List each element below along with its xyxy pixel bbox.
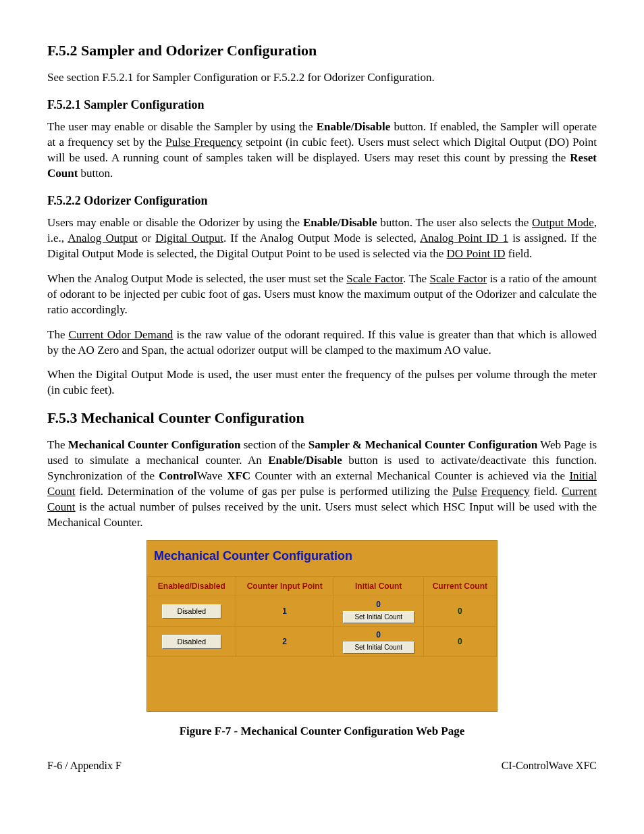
text: field. bbox=[530, 485, 562, 498]
text: The user may enable or disable the Sampl… bbox=[47, 120, 317, 133]
col-header-enabled: Enabled/Disabled bbox=[148, 576, 236, 596]
set-initial-count-button[interactable]: Set Initial Count bbox=[343, 611, 414, 623]
text-bold: XFC bbox=[227, 469, 250, 482]
text: is the actual number of pulses received … bbox=[47, 500, 597, 529]
table-row: Disabled 1 0 Set Initial Count 0 bbox=[148, 596, 497, 627]
text-bold: Enable/Disable bbox=[303, 216, 377, 229]
mcc-panel-title: Mechanical Counter Configuration bbox=[147, 541, 497, 567]
current-count-value: 0 bbox=[423, 627, 496, 657]
heading-f52: F.5.2 Sampler and Odorizer Configuration bbox=[47, 41, 597, 61]
text: The bbox=[47, 438, 68, 451]
text: Wave bbox=[197, 469, 227, 482]
col-header-initial: Initial Count bbox=[333, 576, 423, 596]
text: section of the bbox=[240, 438, 308, 451]
text-underline: Scale Factor bbox=[429, 272, 487, 285]
para-f521: The user may enable or disable the Sampl… bbox=[47, 120, 597, 182]
text-bold: Mechanical Counter Configuration bbox=[68, 438, 241, 451]
text-underline: Current Odor Demand bbox=[69, 328, 173, 341]
text-underline: Output Mode bbox=[532, 216, 594, 229]
table-row: Disabled 2 0 Set Initial Count 0 bbox=[148, 627, 497, 657]
initial-count-value: 0 bbox=[376, 599, 381, 610]
heading-f53: F.5.3 Mechanical Counter Configuration bbox=[47, 408, 597, 428]
text-bold: Enable/Disable bbox=[268, 454, 342, 467]
counter-input-point-value: 1 bbox=[236, 596, 333, 627]
text: . The bbox=[403, 272, 429, 285]
text: button. The user also selects the bbox=[377, 216, 533, 229]
page-footer: F-6 / Appendix F CI-ControlWave XFC bbox=[47, 758, 597, 773]
text: field. bbox=[506, 247, 533, 260]
text-underline: Pulse Frequency bbox=[165, 136, 242, 149]
para-f52-intro: See section F.5.2.1 for Sampler Configur… bbox=[47, 70, 597, 86]
text-underline: Digital Output bbox=[155, 232, 223, 244]
mcc-panel: Mechanical Counter Configuration Enabled… bbox=[146, 540, 498, 712]
text-bold: Sampler & Mechanical Counter Configurati… bbox=[308, 438, 538, 451]
footer-left: F-6 / Appendix F bbox=[47, 758, 122, 773]
para-f53: The Mechanical Counter Configuration sec… bbox=[47, 438, 597, 531]
text-underline: Scale Factor bbox=[346, 272, 403, 285]
heading-f521: F.5.2.1 Sampler Configuration bbox=[47, 97, 597, 113]
text: When the Analog Output Mode is selected,… bbox=[47, 272, 346, 285]
panel-filler bbox=[147, 657, 497, 711]
heading-f522: F.5.2.2 Odorizer Configuration bbox=[47, 192, 597, 209]
current-count-value: 0 bbox=[423, 596, 496, 627]
para-f522-b: When the Analog Output Mode is selected,… bbox=[47, 271, 597, 318]
text-underline: Pulse bbox=[452, 485, 477, 498]
counter-input-point-value: 2 bbox=[236, 627, 333, 657]
text: The bbox=[47, 328, 69, 341]
text-underline: Frequency bbox=[481, 485, 530, 498]
set-initial-count-button[interactable]: Set Initial Count bbox=[343, 642, 414, 654]
enable-disable-button[interactable]: Disabled bbox=[162, 604, 221, 619]
text: field. Determination of the volume of ga… bbox=[76, 485, 452, 498]
text: . If the Analog Output Mode is selected, bbox=[223, 232, 420, 244]
text: Users may enable or disable the Odorizer… bbox=[47, 216, 303, 229]
text: button. bbox=[78, 167, 113, 180]
mcc-table: Enabled/Disabled Counter Input Point Ini… bbox=[147, 576, 497, 657]
text-bold: Control bbox=[159, 469, 196, 482]
figure-caption: Figure F-7 - Mechanical Counter Configur… bbox=[47, 724, 597, 739]
col-header-current: Current Count bbox=[423, 576, 496, 596]
para-f522-d: When the Digital Output Mode is used, th… bbox=[47, 367, 597, 398]
text: Counter with an external Mechanical Coun… bbox=[250, 469, 569, 482]
text-underline: DO Point ID bbox=[447, 247, 506, 260]
para-f522-c: The Current Odor Demand is the raw value… bbox=[47, 328, 597, 359]
text: or bbox=[138, 232, 156, 244]
para-f522-a: Users may enable or disable the Odorizer… bbox=[47, 215, 597, 262]
text-underline: Analog Point ID 1 bbox=[420, 232, 508, 244]
col-header-cip: Counter Input Point bbox=[236, 576, 333, 596]
enable-disable-button[interactable]: Disabled bbox=[162, 635, 221, 649]
text-underline: Analog Output bbox=[68, 232, 137, 244]
initial-count-value: 0 bbox=[376, 629, 381, 640]
text-bold: Enable/Disable bbox=[317, 120, 391, 133]
footer-right: CI-ControlWave XFC bbox=[502, 758, 597, 773]
